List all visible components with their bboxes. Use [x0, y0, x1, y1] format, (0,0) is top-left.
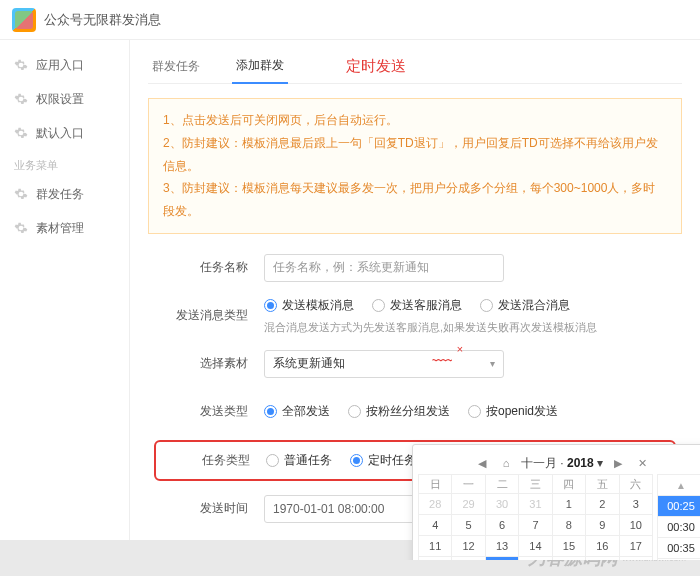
material-select[interactable]: 系统更新通知 × ~~~~ ▾: [264, 350, 504, 378]
day-cell[interactable]: 8: [552, 514, 586, 536]
app-header: 公众号无限群发消息: [0, 0, 700, 40]
gear-icon: [14, 187, 28, 201]
datepicker-popup: ◀ ⌂ 十一月 · 2018 ▾ ▶ ✕ 日一二三四五六 28293031123…: [412, 444, 700, 560]
prev-year-icon[interactable]: ◀: [473, 454, 491, 472]
task-name-input[interactable]: 任务名称，例：系统更新通知: [264, 254, 504, 282]
radio-template-msg[interactable]: 发送模板消息: [264, 297, 354, 314]
radio-dot-icon: [264, 405, 277, 418]
radio-scheduled-task[interactable]: 定时任务: [350, 452, 416, 469]
sidebar-group-label: 业务菜单: [0, 150, 129, 177]
sidebar-item-material[interactable]: 素材管理: [0, 211, 129, 245]
day-cell[interactable]: 31: [518, 493, 552, 515]
task-name-label: 任务名称: [154, 259, 264, 276]
time-cell[interactable]: 00:35: [657, 537, 700, 559]
day-cell[interactable]: 18: [418, 556, 452, 560]
radio-dot-icon: [266, 454, 279, 467]
scroll-up-icon[interactable]: ▲: [657, 474, 700, 496]
notice-box: 1、点击发送后可关闭网页，后台自动运行。 2、防封建议：模板消息最后跟上一句「回…: [148, 98, 682, 234]
send-time-label: 发送时间: [154, 500, 264, 517]
radio-dot-icon: [468, 405, 481, 418]
dow-cell: 三: [518, 474, 552, 494]
task-type-label: 任务类型: [162, 452, 266, 469]
radio-send-group[interactable]: 按粉丝分组发送: [348, 403, 450, 420]
msg-type-label: 发送消息类型: [154, 307, 264, 324]
day-cell[interactable]: 11: [418, 535, 452, 557]
time-list: ▲ 00:2500:3000:3500:4000:4500:50: [657, 475, 700, 560]
send-type-label: 发送类型: [154, 403, 264, 420]
sidebar-item-broadcast-tasks[interactable]: 群发任务: [0, 177, 129, 211]
day-cell[interactable]: 15: [552, 535, 586, 557]
sidebar-item-app-entry[interactable]: 应用入口: [0, 48, 129, 82]
material-value: 系统更新通知: [273, 355, 345, 372]
radio-normal-task[interactable]: 普通任务: [266, 452, 332, 469]
app-logo-icon: [12, 8, 36, 32]
day-cell[interactable]: 9: [585, 514, 619, 536]
day-cell[interactable]: 6: [485, 514, 519, 536]
annotation-mark: ×: [457, 343, 463, 355]
sidebar-item-label: 群发任务: [36, 186, 84, 203]
radio-dot-icon: [350, 454, 363, 467]
day-cell[interactable]: 1: [552, 493, 586, 515]
day-cell[interactable]: 14: [518, 535, 552, 557]
tab-broadcast-tasks[interactable]: 群发任务: [148, 50, 204, 84]
day-cell[interactable]: 2: [585, 493, 619, 515]
app-title: 公众号无限群发消息: [44, 11, 161, 29]
sidebar-item-permission[interactable]: 权限设置: [0, 82, 129, 116]
day-cell[interactable]: 30: [485, 493, 519, 515]
tab-add-broadcast[interactable]: 添加群发: [232, 50, 288, 84]
day-cell[interactable]: 23: [585, 556, 619, 560]
day-cell[interactable]: 28: [418, 493, 452, 515]
time-cell[interactable]: 00:30: [657, 516, 700, 538]
radio-dot-icon: [480, 299, 493, 312]
gear-icon: [14, 58, 28, 72]
dow-cell: 四: [552, 474, 586, 494]
dow-cell: 五: [585, 474, 619, 494]
notice-line: 2、防封建议：模板消息最后跟上一句「回复TD退订」，用户回复后TD可选择不再给该…: [163, 132, 667, 178]
calendar-days: 日一二三四五六 28293031123456789101112131415161…: [419, 475, 653, 560]
gear-icon: [14, 92, 28, 106]
radio-service-msg[interactable]: 发送客服消息: [372, 297, 462, 314]
dow-cell: 二: [485, 474, 519, 494]
notice-line: 3、防封建议：模板消息每天建议最多发一次，把用户分成多个分组，每个300~100…: [163, 177, 667, 223]
content: 群发任务 添加群发 定时发送 1、点击发送后可关闭网页，后台自动运行。 2、防封…: [130, 40, 700, 560]
day-cell[interactable]: 4: [418, 514, 452, 536]
day-cell[interactable]: 24: [619, 556, 653, 560]
day-cell[interactable]: 7: [518, 514, 552, 536]
radio-mixed-msg[interactable]: 发送混合消息: [480, 297, 570, 314]
day-cell[interactable]: 5: [451, 514, 485, 536]
dow-cell: 六: [619, 474, 653, 494]
gear-icon: [14, 221, 28, 235]
close-icon[interactable]: ✕: [633, 454, 651, 472]
time-cell[interactable]: 00:25: [657, 495, 700, 517]
home-icon[interactable]: ⌂: [497, 454, 515, 472]
day-cell[interactable]: 22: [552, 556, 586, 560]
day-cell[interactable]: 21: [518, 556, 552, 560]
day-cell[interactable]: 12: [451, 535, 485, 557]
day-cell[interactable]: 20: [485, 556, 519, 560]
day-cell[interactable]: 16: [585, 535, 619, 557]
sidebar-item-label: 权限设置: [36, 91, 84, 108]
day-cell[interactable]: 3: [619, 493, 653, 515]
next-year-icon[interactable]: ▶: [609, 454, 627, 472]
radio-send-all[interactable]: 全部发送: [264, 403, 330, 420]
sidebar: 应用入口 权限设置 默认入口 业务菜单 群发任务 素材管理: [0, 40, 130, 560]
sidebar-item-label: 默认入口: [36, 125, 84, 142]
annotation-mark: ~~~~: [432, 355, 451, 366]
day-cell[interactable]: 29: [451, 493, 485, 515]
msg-type-hint: 混合消息发送方式为先发送客服消息,如果发送失败再次发送模板消息: [264, 320, 676, 335]
time-cell[interactable]: 00:40: [657, 558, 700, 560]
gear-icon: [14, 126, 28, 140]
day-cell[interactable]: 19: [451, 556, 485, 560]
day-cell[interactable]: 13: [485, 535, 519, 557]
dow-cell: 日: [418, 474, 452, 494]
scheduled-send-label: 定时发送: [346, 57, 406, 76]
dow-cell: 一: [451, 474, 485, 494]
notice-line: 1、点击发送后可关闭网页，后台自动运行。: [163, 109, 667, 132]
chevron-down-icon: ▾: [490, 358, 495, 369]
sidebar-item-default-entry[interactable]: 默认入口: [0, 116, 129, 150]
tabs: 群发任务 添加群发 定时发送: [148, 50, 682, 84]
radio-dot-icon: [348, 405, 361, 418]
day-cell[interactable]: 17: [619, 535, 653, 557]
radio-send-openid[interactable]: 按openid发送: [468, 403, 558, 420]
day-cell[interactable]: 10: [619, 514, 653, 536]
